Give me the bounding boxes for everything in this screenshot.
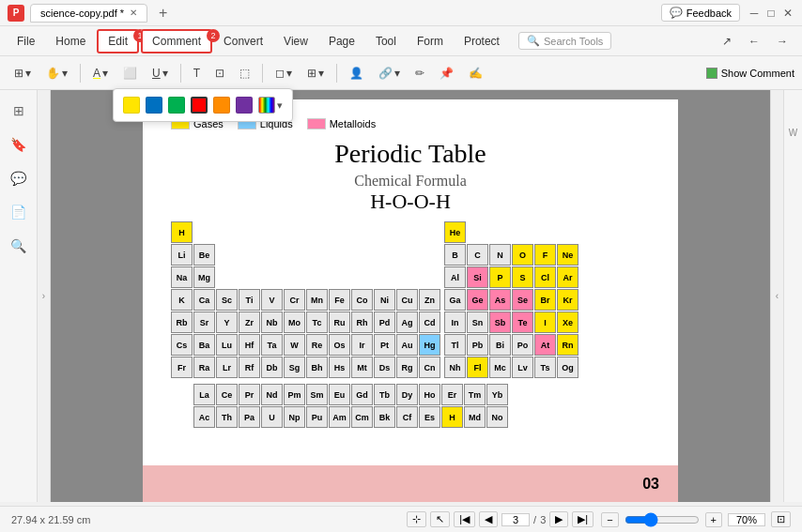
external-link-button[interactable]: ↗ [716, 31, 738, 52]
color-orange[interactable] [213, 97, 230, 114]
sidebar-pages-icon[interactable]: 📄 [6, 199, 32, 225]
tab-close-icon[interactable]: ✕ [130, 8, 137, 18]
menu-convert[interactable]: Convert [214, 31, 272, 52]
current-tab[interactable]: science-copy.pdf * ✕ [30, 4, 147, 23]
nav-last-button[interactable]: ▶| [572, 511, 594, 527]
zoom-input[interactable] [728, 513, 765, 526]
nav-select-button[interactable]: ↖ [430, 511, 450, 527]
maximize-button[interactable]: □ [764, 7, 778, 20]
sidebar-bookmark-icon[interactable]: 🔖 [6, 131, 32, 158]
menu-comment[interactable]: Comment [141, 29, 212, 53]
zoom-in-button[interactable]: + [705, 512, 722, 527]
color-red[interactable] [191, 97, 208, 114]
shape-button[interactable]: ◻▾ [269, 63, 299, 84]
element-Hf: Hf [239, 334, 260, 356]
highlight-button[interactable]: A▾ [86, 63, 115, 84]
minimize-button[interactable]: ─ [748, 7, 761, 20]
row-1: H [171, 221, 440, 243]
element-In: In [444, 312, 466, 333]
element-Os: Os [329, 334, 350, 356]
sidebar-comment-icon[interactable]: 💬 [6, 165, 32, 191]
color-green[interactable] [168, 97, 185, 114]
people-button[interactable]: 👤 [343, 63, 370, 84]
color-purple[interactable] [236, 97, 253, 114]
menu-file[interactable]: File [8, 31, 44, 52]
menu-view[interactable]: View [274, 31, 317, 52]
element-U: U [261, 406, 283, 428]
element-Ir: Ir [351, 334, 373, 356]
row-6: Cs Ba Lu Hf Ta W Re Os Ir Pt Au Hg [171, 334, 440, 356]
select-tool-button[interactable]: ⊞▾ [8, 63, 38, 84]
right-collapse-arrow[interactable]: ‹ [770, 90, 783, 502]
element-Tm: Tm [464, 384, 486, 405]
nav-next-button[interactable]: ▶ [549, 511, 568, 527]
show-comment-toggle[interactable]: Show Comment [706, 68, 794, 79]
row-4: K Ca Sc Ti V Cr Mn Fe Co Ni Cu Zn [171, 289, 440, 311]
element-Si: Si [467, 266, 488, 288]
element-Re: Re [306, 334, 328, 356]
element-Np: Np [284, 406, 305, 428]
pin-button[interactable]: 📌 [433, 63, 460, 84]
measure-button[interactable]: ⊞▾ [301, 63, 331, 84]
app-icon: P [8, 5, 24, 22]
menu-home[interactable]: Home [46, 31, 95, 52]
right-row-7: Nh Fl Mc Lv Ts Og [444, 357, 578, 378]
nav-first-button[interactable]: |◀ [454, 511, 475, 527]
sign-button[interactable]: ✍ [462, 63, 489, 84]
underline-button[interactable]: U▾ [146, 63, 175, 84]
pencil-button[interactable]: ✏ [409, 63, 431, 84]
element-No: No [486, 406, 508, 428]
element-Md: Md [464, 406, 486, 428]
element-Ge: Ge [467, 289, 488, 311]
element-As: As [489, 289, 511, 311]
menu-form[interactable]: Form [408, 31, 453, 52]
zoom-out-button[interactable]: − [601, 512, 618, 527]
main-layout: ⊞ 🔖 💬 📄 🔍 › Gases Liquids Metalloids [0, 90, 802, 502]
element-Ra: Ra [193, 357, 215, 378]
left-collapse-arrow[interactable]: › [38, 90, 51, 502]
show-comment-checkbox[interactable] [706, 68, 717, 79]
element-Be: Be [193, 244, 215, 266]
menu-protect[interactable]: Protect [455, 31, 509, 52]
menu-tool[interactable]: Tool [366, 31, 406, 52]
element-Sr: Sr [193, 312, 215, 333]
element-Ho: Ho [419, 384, 440, 405]
element-Sc: Sc [216, 289, 238, 311]
element-I: I [534, 312, 556, 333]
separator-4 [336, 64, 337, 83]
back-button[interactable]: ← [742, 31, 766, 52]
element-Te: Te [512, 312, 533, 333]
more-colors-button[interactable]: ▾ [258, 97, 283, 114]
element-Po: Po [512, 334, 533, 356]
text-button[interactable]: T [187, 63, 207, 84]
add-tab-button[interactable]: + [153, 3, 173, 23]
element-Lr: Lr [216, 357, 238, 378]
eraser-button[interactable]: ⬜ [116, 63, 144, 84]
search-tools[interactable]: 🔍 Search Tools [518, 32, 611, 50]
page-input[interactable] [501, 513, 530, 526]
menu-page[interactable]: Page [319, 31, 364, 52]
color-blue[interactable] [146, 97, 162, 114]
forward-button[interactable]: → [770, 31, 794, 52]
page-number: 03 [642, 476, 659, 493]
page-separator: / [533, 514, 536, 525]
feedback-button[interactable]: 💬 Feedback [661, 4, 740, 22]
sidebar-thumbnail-icon[interactable]: ⊞ [6, 98, 32, 124]
element-B: B [444, 244, 466, 266]
nav-cursor-button[interactable]: ⊹ [407, 511, 426, 527]
nav-prev-button[interactable]: ◀ [479, 511, 498, 527]
stamp-button[interactable]: ⬚ [233, 63, 256, 84]
element-Ar: Ar [557, 266, 578, 288]
close-button[interactable]: ✕ [781, 7, 794, 20]
feedback-icon: 💬 [670, 7, 683, 19]
hand-tool-button[interactable]: ✋▾ [39, 63, 74, 84]
zoom-slider[interactable] [625, 512, 700, 527]
element-Yb: Yb [486, 384, 508, 405]
fit-page-button[interactable]: ⊡ [771, 511, 791, 527]
sidebar-search-icon[interactable]: 🔍 [6, 233, 32, 259]
link-button[interactable]: 🔗▾ [372, 63, 407, 84]
measure-icon: ⊞ [307, 67, 316, 80]
menu-edit[interactable]: Edit [97, 29, 139, 53]
textbox-button[interactable]: ⊡ [208, 63, 231, 84]
color-yellow[interactable] [123, 97, 140, 114]
